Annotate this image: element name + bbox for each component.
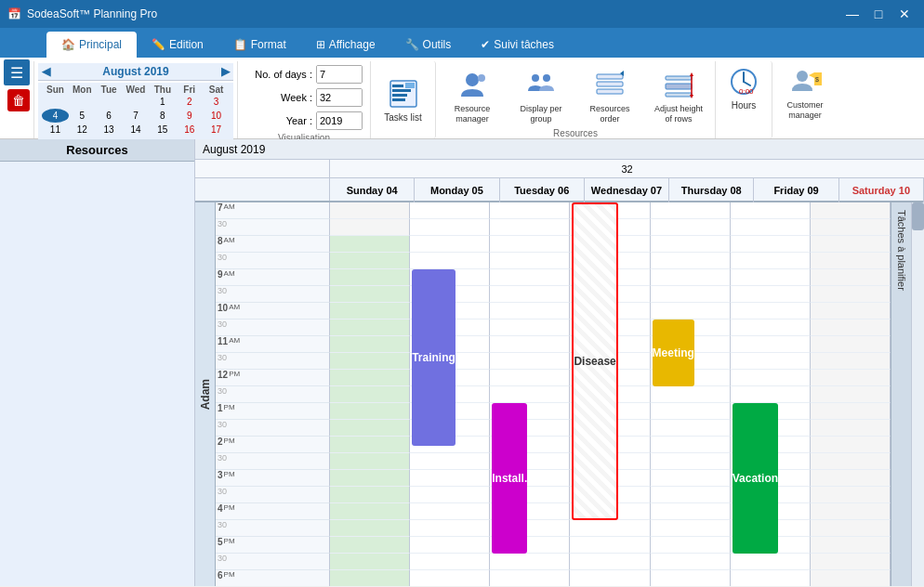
day-cell[interactable] bbox=[490, 320, 570, 336]
day-cell[interactable] bbox=[731, 403, 811, 420]
mini-cal-cell[interactable]: 7 bbox=[123, 109, 150, 123]
day-cell[interactable] bbox=[330, 537, 410, 554]
day-cell[interactable] bbox=[490, 520, 570, 537]
day-cell[interactable] bbox=[410, 537, 490, 554]
day-cell[interactable] bbox=[731, 420, 811, 437]
tab-suivi[interactable]: ✔ Suivi tâches bbox=[466, 32, 569, 58]
mini-cal-cell[interactable]: 1 bbox=[149, 95, 176, 109]
day-cell[interactable] bbox=[811, 253, 891, 269]
resources-order-button[interactable]: Resources order bbox=[577, 65, 642, 128]
day-cell[interactable] bbox=[490, 470, 570, 487]
day-cell[interactable] bbox=[410, 236, 490, 253]
mini-cal-cell[interactable]: 5 bbox=[69, 109, 96, 123]
day-cell[interactable] bbox=[490, 336, 570, 353]
day-cell[interactable] bbox=[811, 202, 891, 219]
day-cell[interactable] bbox=[330, 487, 410, 503]
day-cell[interactable] bbox=[410, 420, 490, 437]
day-cell[interactable] bbox=[330, 520, 410, 537]
day-cell[interactable] bbox=[811, 336, 891, 353]
day-cell[interactable] bbox=[410, 386, 490, 403]
day-cell[interactable] bbox=[330, 353, 410, 370]
day-cell[interactable] bbox=[410, 269, 490, 286]
tab-outils[interactable]: 🔧 Outils bbox=[390, 32, 467, 58]
day-cell[interactable] bbox=[490, 386, 570, 403]
day-cell[interactable] bbox=[811, 420, 891, 437]
mini-cal-cell[interactable]: 6 bbox=[96, 109, 123, 123]
day-cell[interactable] bbox=[330, 320, 410, 336]
day-cell[interactable] bbox=[731, 570, 811, 586]
day-cell[interactable] bbox=[410, 353, 490, 370]
tasks-list-button[interactable]: Tasks list bbox=[371, 61, 436, 138]
tab-edition[interactable]: ✏️ Edition bbox=[137, 32, 218, 58]
day-cell[interactable] bbox=[570, 520, 650, 537]
day-cell[interactable] bbox=[410, 202, 490, 219]
day-cell[interactable] bbox=[651, 470, 731, 487]
day-cell[interactable] bbox=[651, 420, 731, 437]
customer-manager-button[interactable]: $ Customer manager bbox=[772, 61, 838, 138]
grid-scroll[interactable]: 7AM308AM309AM3010AM3011AM3012PM301PM302P… bbox=[216, 202, 891, 586]
day-cell[interactable] bbox=[570, 253, 650, 269]
day-cell[interactable] bbox=[731, 353, 811, 370]
mini-cal-cell[interactable]: 13 bbox=[96, 123, 123, 137]
day-cell[interactable] bbox=[490, 370, 570, 386]
tab-format[interactable]: 📋 Format bbox=[218, 32, 301, 58]
tab-principal[interactable]: 🏠 Principal bbox=[46, 32, 137, 58]
mini-cal-cell[interactable]: 17 bbox=[203, 123, 230, 137]
day-cell[interactable] bbox=[410, 336, 490, 353]
day-cell[interactable] bbox=[651, 503, 731, 520]
display-per-group-button[interactable]: Display per group bbox=[508, 65, 574, 128]
scrollbar-thumb[interactable] bbox=[912, 202, 924, 230]
mini-cal-cell[interactable]: 4 bbox=[42, 109, 69, 123]
mini-cal-cell[interactable]: 11 bbox=[42, 123, 69, 137]
mini-cal-cell[interactable]: 16 bbox=[176, 123, 203, 137]
mini-cal-cell[interactable] bbox=[42, 95, 69, 109]
day-cell[interactable] bbox=[811, 320, 891, 336]
day-cell[interactable] bbox=[410, 503, 490, 520]
day-cell[interactable] bbox=[410, 453, 490, 470]
day-cell[interactable] bbox=[731, 336, 811, 353]
day-cell[interactable] bbox=[410, 437, 490, 453]
mini-cal-cell[interactable]: 2 bbox=[176, 95, 203, 109]
hours-button[interactable]: 0:00 Hours bbox=[716, 61, 772, 138]
day-cell[interactable] bbox=[731, 253, 811, 269]
day-cell[interactable] bbox=[330, 554, 410, 570]
day-cell[interactable] bbox=[651, 253, 731, 269]
day-cell[interactable] bbox=[731, 370, 811, 386]
maximize-button[interactable]: □ bbox=[866, 5, 891, 23]
day-cell[interactable] bbox=[410, 320, 490, 336]
day-cell[interactable] bbox=[570, 570, 650, 586]
day-cell[interactable] bbox=[731, 520, 811, 537]
day-cell[interactable] bbox=[731, 219, 811, 236]
minimize-button[interactable]: — bbox=[840, 5, 865, 23]
day-cell[interactable] bbox=[731, 503, 811, 520]
day-cell[interactable] bbox=[410, 554, 490, 570]
day-cell[interactable] bbox=[811, 437, 891, 453]
day-cell[interactable] bbox=[330, 202, 410, 219]
day-cell[interactable] bbox=[651, 202, 731, 219]
day-cell[interactable] bbox=[490, 303, 570, 320]
day-cell[interactable] bbox=[570, 269, 650, 286]
day-cell[interactable] bbox=[811, 353, 891, 370]
day-cell[interactable] bbox=[651, 437, 731, 453]
day-cell[interactable] bbox=[330, 403, 410, 420]
day-cell[interactable] bbox=[410, 403, 490, 420]
day-cell[interactable] bbox=[811, 286, 891, 303]
next-month-button[interactable]: ▶ bbox=[221, 65, 230, 78]
day-cell[interactable] bbox=[731, 537, 811, 554]
day-cell[interactable] bbox=[330, 470, 410, 487]
day-cell[interactable] bbox=[490, 353, 570, 370]
day-cell[interactable] bbox=[330, 269, 410, 286]
day-cell[interactable] bbox=[651, 403, 731, 420]
day-cell[interactable] bbox=[330, 236, 410, 253]
day-cell[interactable] bbox=[330, 437, 410, 453]
mini-cal-cell[interactable] bbox=[123, 95, 150, 109]
prev-month-button[interactable]: ◀ bbox=[42, 65, 50, 78]
mini-cal-cell[interactable] bbox=[69, 95, 96, 109]
day-cell[interactable] bbox=[811, 219, 891, 236]
day-cell[interactable] bbox=[490, 219, 570, 236]
day-cell[interactable] bbox=[490, 453, 570, 470]
day-cell[interactable] bbox=[651, 286, 731, 303]
day-cell[interactable] bbox=[570, 503, 650, 520]
day-cell[interactable] bbox=[330, 503, 410, 520]
day-cell[interactable] bbox=[410, 487, 490, 503]
